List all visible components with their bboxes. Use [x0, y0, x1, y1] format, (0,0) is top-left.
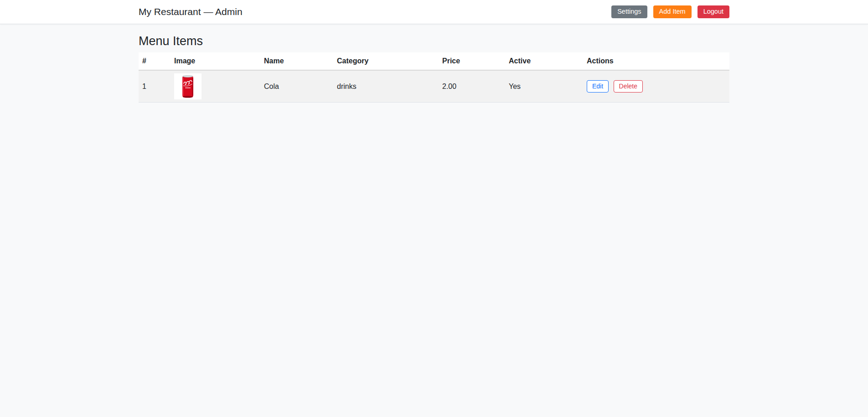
- menu-items-table: # Image Name Category Price Active Actio…: [139, 52, 729, 103]
- column-header-image: Image: [170, 52, 260, 70]
- topbar-actions: Settings Add Item Logout: [611, 5, 729, 18]
- column-header-actions: Actions: [583, 52, 729, 70]
- table-row: 1: [139, 70, 729, 103]
- cell-name: Cola: [260, 70, 333, 103]
- topbar-inner: My Restaurant — Admin Settings Add Item …: [139, 5, 729, 18]
- edit-button[interactable]: Edit: [587, 80, 609, 93]
- page: My Restaurant — Admin Settings Add Item …: [0, 0, 868, 417]
- settings-button[interactable]: Settings: [611, 5, 647, 18]
- add-item-button[interactable]: Add Item: [653, 5, 692, 18]
- column-header-price: Price: [439, 52, 505, 70]
- column-header-category: Category: [333, 52, 439, 70]
- cell-price: 2.00: [439, 70, 505, 103]
- column-header-active: Active: [505, 52, 583, 70]
- page-title: Menu Items: [139, 34, 729, 48]
- delete-button[interactable]: Delete: [614, 80, 643, 93]
- logout-button[interactable]: Logout: [698, 5, 729, 18]
- cell-image: [170, 70, 260, 103]
- cell-actions: Edit Delete: [583, 70, 729, 103]
- cell-category: drinks: [333, 70, 439, 103]
- column-header-name: Name: [260, 52, 333, 70]
- cell-active: Yes: [505, 70, 583, 103]
- topbar: My Restaurant — Admin Settings Add Item …: [0, 0, 868, 24]
- app-title: My Restaurant — Admin: [139, 6, 243, 17]
- main-content: Menu Items # Image Name Category Price A…: [139, 34, 729, 103]
- column-header-index: #: [139, 52, 170, 70]
- cell-index: 1: [139, 70, 170, 103]
- table-header: # Image Name Category Price Active Actio…: [139, 52, 729, 70]
- cola-can-image: [174, 73, 202, 99]
